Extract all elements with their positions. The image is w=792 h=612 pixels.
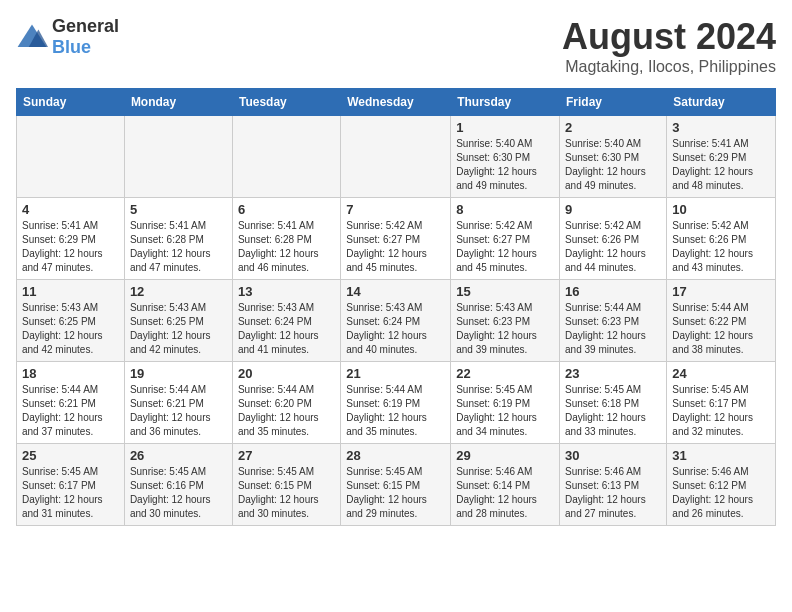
calendar-cell: 9Sunrise: 5:42 AM Sunset: 6:26 PM Daylig…	[560, 198, 667, 280]
calendar-header-monday: Monday	[124, 89, 232, 116]
day-number: 3	[672, 120, 770, 135]
title-section: August 2024 Magtaking, Ilocos, Philippin…	[562, 16, 776, 76]
cell-content: Sunrise: 5:45 AM Sunset: 6:17 PM Dayligh…	[22, 465, 119, 521]
day-number: 23	[565, 366, 661, 381]
day-number: 4	[22, 202, 119, 217]
logo: General Blue	[16, 16, 119, 58]
cell-content: Sunrise: 5:45 AM Sunset: 6:16 PM Dayligh…	[130, 465, 227, 521]
calendar-cell: 19Sunrise: 5:44 AM Sunset: 6:21 PM Dayli…	[124, 362, 232, 444]
day-number: 24	[672, 366, 770, 381]
day-number: 30	[565, 448, 661, 463]
day-number: 6	[238, 202, 335, 217]
cell-content: Sunrise: 5:41 AM Sunset: 6:29 PM Dayligh…	[22, 219, 119, 275]
day-number: 14	[346, 284, 445, 299]
cell-content: Sunrise: 5:44 AM Sunset: 6:21 PM Dayligh…	[130, 383, 227, 439]
cell-content: Sunrise: 5:42 AM Sunset: 6:27 PM Dayligh…	[456, 219, 554, 275]
calendar-cell: 14Sunrise: 5:43 AM Sunset: 6:24 PM Dayli…	[341, 280, 451, 362]
calendar-cell	[232, 116, 340, 198]
calendar-header-sunday: Sunday	[17, 89, 125, 116]
calendar-cell: 28Sunrise: 5:45 AM Sunset: 6:15 PM Dayli…	[341, 444, 451, 526]
cell-content: Sunrise: 5:45 AM Sunset: 6:15 PM Dayligh…	[238, 465, 335, 521]
cell-content: Sunrise: 5:43 AM Sunset: 6:24 PM Dayligh…	[346, 301, 445, 357]
calendar-header-saturday: Saturday	[667, 89, 776, 116]
calendar-week-row: 4Sunrise: 5:41 AM Sunset: 6:29 PM Daylig…	[17, 198, 776, 280]
day-number: 13	[238, 284, 335, 299]
day-number: 5	[130, 202, 227, 217]
day-number: 26	[130, 448, 227, 463]
calendar-cell: 1Sunrise: 5:40 AM Sunset: 6:30 PM Daylig…	[451, 116, 560, 198]
day-number: 9	[565, 202, 661, 217]
calendar-cell: 10Sunrise: 5:42 AM Sunset: 6:26 PM Dayli…	[667, 198, 776, 280]
calendar-cell: 17Sunrise: 5:44 AM Sunset: 6:22 PM Dayli…	[667, 280, 776, 362]
logo-blue-text: Blue	[52, 37, 91, 57]
calendar-cell: 12Sunrise: 5:43 AM Sunset: 6:25 PM Dayli…	[124, 280, 232, 362]
day-number: 27	[238, 448, 335, 463]
calendar-cell: 24Sunrise: 5:45 AM Sunset: 6:17 PM Dayli…	[667, 362, 776, 444]
subtitle: Magtaking, Ilocos, Philippines	[562, 58, 776, 76]
calendar-cell: 31Sunrise: 5:46 AM Sunset: 6:12 PM Dayli…	[667, 444, 776, 526]
cell-content: Sunrise: 5:44 AM Sunset: 6:20 PM Dayligh…	[238, 383, 335, 439]
calendar-cell	[124, 116, 232, 198]
day-number: 7	[346, 202, 445, 217]
calendar-cell: 30Sunrise: 5:46 AM Sunset: 6:13 PM Dayli…	[560, 444, 667, 526]
cell-content: Sunrise: 5:44 AM Sunset: 6:22 PM Dayligh…	[672, 301, 770, 357]
calendar-header-friday: Friday	[560, 89, 667, 116]
calendar-cell	[341, 116, 451, 198]
cell-content: Sunrise: 5:41 AM Sunset: 6:28 PM Dayligh…	[238, 219, 335, 275]
day-number: 15	[456, 284, 554, 299]
day-number: 20	[238, 366, 335, 381]
calendar-week-row: 18Sunrise: 5:44 AM Sunset: 6:21 PM Dayli…	[17, 362, 776, 444]
day-number: 28	[346, 448, 445, 463]
calendar-week-row: 1Sunrise: 5:40 AM Sunset: 6:30 PM Daylig…	[17, 116, 776, 198]
calendar-cell: 8Sunrise: 5:42 AM Sunset: 6:27 PM Daylig…	[451, 198, 560, 280]
calendar-cell: 21Sunrise: 5:44 AM Sunset: 6:19 PM Dayli…	[341, 362, 451, 444]
logo-general-text: General	[52, 16, 119, 36]
cell-content: Sunrise: 5:41 AM Sunset: 6:29 PM Dayligh…	[672, 137, 770, 193]
cell-content: Sunrise: 5:42 AM Sunset: 6:26 PM Dayligh…	[672, 219, 770, 275]
calendar-header-tuesday: Tuesday	[232, 89, 340, 116]
calendar-cell: 16Sunrise: 5:44 AM Sunset: 6:23 PM Dayli…	[560, 280, 667, 362]
calendar-cell: 25Sunrise: 5:45 AM Sunset: 6:17 PM Dayli…	[17, 444, 125, 526]
cell-content: Sunrise: 5:46 AM Sunset: 6:14 PM Dayligh…	[456, 465, 554, 521]
day-number: 31	[672, 448, 770, 463]
calendar-cell: 20Sunrise: 5:44 AM Sunset: 6:20 PM Dayli…	[232, 362, 340, 444]
cell-content: Sunrise: 5:42 AM Sunset: 6:27 PM Dayligh…	[346, 219, 445, 275]
cell-content: Sunrise: 5:43 AM Sunset: 6:23 PM Dayligh…	[456, 301, 554, 357]
day-number: 16	[565, 284, 661, 299]
cell-content: Sunrise: 5:46 AM Sunset: 6:12 PM Dayligh…	[672, 465, 770, 521]
calendar-cell: 13Sunrise: 5:43 AM Sunset: 6:24 PM Dayli…	[232, 280, 340, 362]
calendar-week-row: 11Sunrise: 5:43 AM Sunset: 6:25 PM Dayli…	[17, 280, 776, 362]
calendar-cell: 29Sunrise: 5:46 AM Sunset: 6:14 PM Dayli…	[451, 444, 560, 526]
calendar-cell: 6Sunrise: 5:41 AM Sunset: 6:28 PM Daylig…	[232, 198, 340, 280]
cell-content: Sunrise: 5:45 AM Sunset: 6:15 PM Dayligh…	[346, 465, 445, 521]
day-number: 18	[22, 366, 119, 381]
cell-content: Sunrise: 5:43 AM Sunset: 6:25 PM Dayligh…	[22, 301, 119, 357]
calendar-header-wednesday: Wednesday	[341, 89, 451, 116]
cell-content: Sunrise: 5:43 AM Sunset: 6:24 PM Dayligh…	[238, 301, 335, 357]
cell-content: Sunrise: 5:44 AM Sunset: 6:21 PM Dayligh…	[22, 383, 119, 439]
cell-content: Sunrise: 5:45 AM Sunset: 6:19 PM Dayligh…	[456, 383, 554, 439]
cell-content: Sunrise: 5:43 AM Sunset: 6:25 PM Dayligh…	[130, 301, 227, 357]
day-number: 11	[22, 284, 119, 299]
calendar-cell: 23Sunrise: 5:45 AM Sunset: 6:18 PM Dayli…	[560, 362, 667, 444]
cell-content: Sunrise: 5:41 AM Sunset: 6:28 PM Dayligh…	[130, 219, 227, 275]
cell-content: Sunrise: 5:40 AM Sunset: 6:30 PM Dayligh…	[456, 137, 554, 193]
cell-content: Sunrise: 5:45 AM Sunset: 6:17 PM Dayligh…	[672, 383, 770, 439]
calendar-cell: 5Sunrise: 5:41 AM Sunset: 6:28 PM Daylig…	[124, 198, 232, 280]
calendar-cell: 11Sunrise: 5:43 AM Sunset: 6:25 PM Dayli…	[17, 280, 125, 362]
day-number: 19	[130, 366, 227, 381]
logo-icon	[16, 23, 48, 51]
day-number: 1	[456, 120, 554, 135]
day-number: 25	[22, 448, 119, 463]
cell-content: Sunrise: 5:44 AM Sunset: 6:19 PM Dayligh…	[346, 383, 445, 439]
day-number: 2	[565, 120, 661, 135]
cell-content: Sunrise: 5:44 AM Sunset: 6:23 PM Dayligh…	[565, 301, 661, 357]
calendar-cell: 15Sunrise: 5:43 AM Sunset: 6:23 PM Dayli…	[451, 280, 560, 362]
day-number: 8	[456, 202, 554, 217]
calendar-header-row: SundayMondayTuesdayWednesdayThursdayFrid…	[17, 89, 776, 116]
calendar-header-thursday: Thursday	[451, 89, 560, 116]
calendar-cell	[17, 116, 125, 198]
day-number: 21	[346, 366, 445, 381]
calendar-cell: 18Sunrise: 5:44 AM Sunset: 6:21 PM Dayli…	[17, 362, 125, 444]
calendar-cell: 26Sunrise: 5:45 AM Sunset: 6:16 PM Dayli…	[124, 444, 232, 526]
